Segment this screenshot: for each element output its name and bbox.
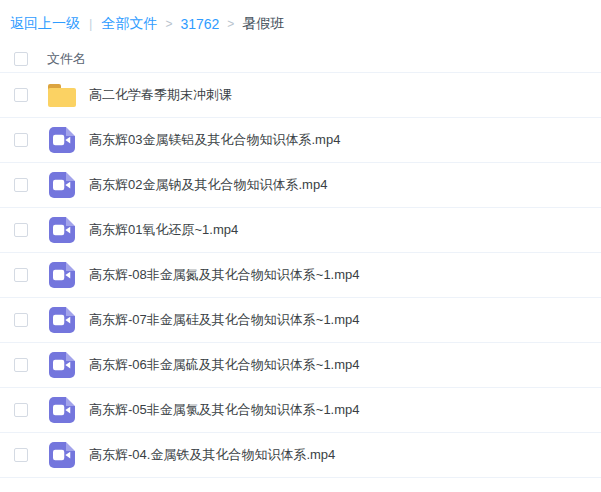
breadcrumb: 返回上一级 | 全部文件 > 31762 > 暑假班 <box>0 0 601 45</box>
breadcrumb-folder-id-link[interactable]: 31762 <box>180 16 219 32</box>
select-all-checkbox[interactable] <box>14 52 28 66</box>
file-name[interactable]: 高东辉-08非金属氮及其化合物知识体系~1.mp4 <box>89 266 360 284</box>
breadcrumb-current-folder: 暑假班 <box>242 15 284 33</box>
video-file-icon <box>49 217 75 243</box>
row-checkbox[interactable] <box>14 88 28 102</box>
table-row[interactable]: 高东辉-05非金属氯及其化合物知识体系~1.mp4 <box>0 388 601 433</box>
video-file-icon <box>49 442 75 468</box>
video-file-icon <box>49 307 75 333</box>
file-name[interactable]: 高东辉-05非金属氯及其化合物知识体系~1.mp4 <box>89 401 360 419</box>
row-checkbox[interactable] <box>14 403 28 417</box>
breadcrumb-chevron-icon: > <box>227 17 234 31</box>
video-file-icon <box>49 352 75 378</box>
row-checkbox[interactable] <box>14 358 28 372</box>
table-row[interactable]: 高东辉01氧化还原~1.mp4 <box>0 208 601 253</box>
row-checkbox[interactable] <box>14 223 28 237</box>
video-file-icon <box>49 172 75 198</box>
file-name[interactable]: 高东辉03金属镁铝及其化合物知识体系.mp4 <box>89 131 340 149</box>
video-file-icon <box>49 127 75 153</box>
file-name[interactable]: 高二化学春季期末冲刺课 <box>89 86 232 104</box>
table-row[interactable]: 高东辉-04.金属铁及其化合物知识体系.mp4 <box>0 433 601 478</box>
video-file-icon <box>49 397 75 423</box>
file-name[interactable]: 高东辉02金属钠及其化合物知识体系.mp4 <box>89 176 327 194</box>
file-list-header: 文件名 <box>0 45 601 73</box>
breadcrumb-chevron-icon: > <box>165 17 172 31</box>
row-checkbox[interactable] <box>14 268 28 282</box>
file-name[interactable]: 高东辉-04.金属铁及其化合物知识体系.mp4 <box>89 446 335 464</box>
file-list: 高二化学春季期末冲刺课 高东辉03金属镁铝及其化合物知识体系.mp4 <box>0 73 601 478</box>
table-row[interactable]: 高东辉03金属镁铝及其化合物知识体系.mp4 <box>0 118 601 163</box>
file-name[interactable]: 高东辉-07非金属硅及其化合物知识体系~1.mp4 <box>89 311 360 329</box>
filename-column-header: 文件名 <box>47 50 86 68</box>
table-row[interactable]: 高东辉-07非金属硅及其化合物知识体系~1.mp4 <box>0 298 601 343</box>
table-row[interactable]: 高东辉-06非金属硫及其化合物知识体系~1.mp4 <box>0 343 601 388</box>
file-name[interactable]: 高东辉01氧化还原~1.mp4 <box>89 221 238 239</box>
table-row[interactable]: 高东辉02金属钠及其化合物知识体系.mp4 <box>0 163 601 208</box>
breadcrumb-back-link[interactable]: 返回上一级 <box>10 15 80 33</box>
row-checkbox[interactable] <box>14 448 28 462</box>
video-file-icon <box>49 262 75 288</box>
table-row[interactable]: 高东辉-08非金属氮及其化合物知识体系~1.mp4 <box>0 253 601 298</box>
folder-icon <box>48 84 76 107</box>
file-name[interactable]: 高东辉-06非金属硫及其化合物知识体系~1.mp4 <box>89 356 360 374</box>
breadcrumb-all-files-link[interactable]: 全部文件 <box>101 15 157 33</box>
table-row[interactable]: 高二化学春季期末冲刺课 <box>0 73 601 118</box>
row-checkbox[interactable] <box>14 313 28 327</box>
row-checkbox[interactable] <box>14 178 28 192</box>
row-checkbox[interactable] <box>14 133 28 147</box>
breadcrumb-pipe-divider: | <box>89 16 92 31</box>
